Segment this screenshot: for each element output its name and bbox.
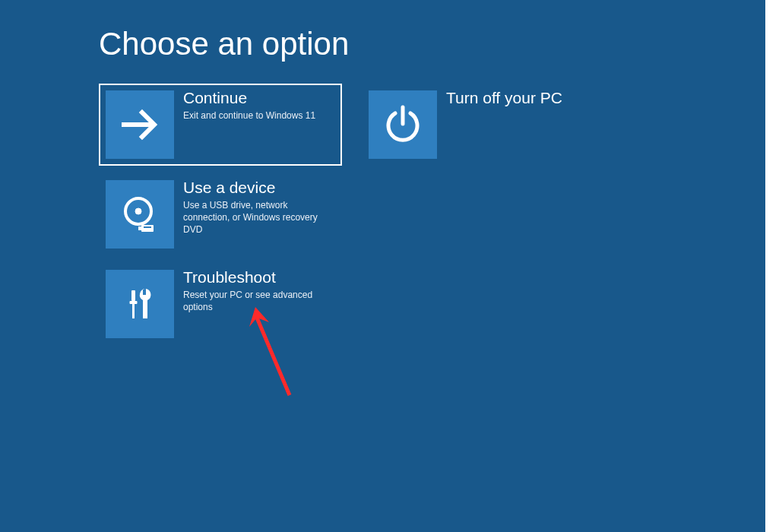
svg-rect-6 [144, 226, 151, 228]
svg-rect-8 [130, 301, 138, 304]
device-disc-icon [106, 180, 174, 249]
svg-rect-7 [131, 290, 135, 301]
options-grid: Continue Exit and continue to Windows 11… [99, 84, 779, 345]
turn-off-tile[interactable]: Turn off your PC [362, 84, 605, 166]
continue-tile[interactable]: Continue Exit and continue to Windows 11 [99, 84, 342, 166]
svg-rect-9 [132, 304, 135, 318]
continue-title: Continue [183, 89, 315, 106]
use-a-device-title: Use a device [183, 179, 331, 196]
troubleshoot-title: Troubleshoot [183, 268, 331, 286]
continue-text: Continue Exit and continue to Windows 11 [174, 90, 320, 122]
arrow-right-icon [106, 90, 174, 159]
continue-desc: Exit and continue to Windows 11 [183, 109, 315, 122]
svg-rect-5 [138, 226, 142, 230]
options-row-2: Use a device Use a USB drive, network co… [99, 173, 779, 255]
use-a-device-text: Use a device Use a USB drive, network co… [174, 180, 335, 236]
options-row-3: Troubleshoot Reset your PC or see advanc… [99, 263, 779, 345]
turn-off-title: Turn off your PC [446, 89, 562, 106]
use-a-device-tile[interactable]: Use a device Use a USB drive, network co… [99, 173, 342, 255]
tools-icon [106, 270, 174, 338]
troubleshoot-tile[interactable]: Troubleshoot Reset your PC or see advanc… [99, 263, 342, 345]
use-a-device-desc: Use a USB drive, network connection, or … [183, 199, 331, 236]
recovery-options-page: Choose an option Continue Exit and conti… [0, 0, 779, 532]
svg-point-3 [135, 208, 141, 214]
svg-rect-4 [141, 225, 154, 232]
options-row-1: Continue Exit and continue to Windows 11… [99, 84, 779, 166]
vertical-scrollbar[interactable] [765, 0, 779, 532]
troubleshoot-desc: Reset your PC or see advanced options [183, 289, 331, 313]
troubleshoot-text: Troubleshoot Reset your PC or see advanc… [174, 270, 335, 313]
turn-off-text: Turn off your PC [437, 90, 567, 109]
page-title: Choose an option [99, 26, 779, 62]
power-icon [369, 90, 437, 159]
